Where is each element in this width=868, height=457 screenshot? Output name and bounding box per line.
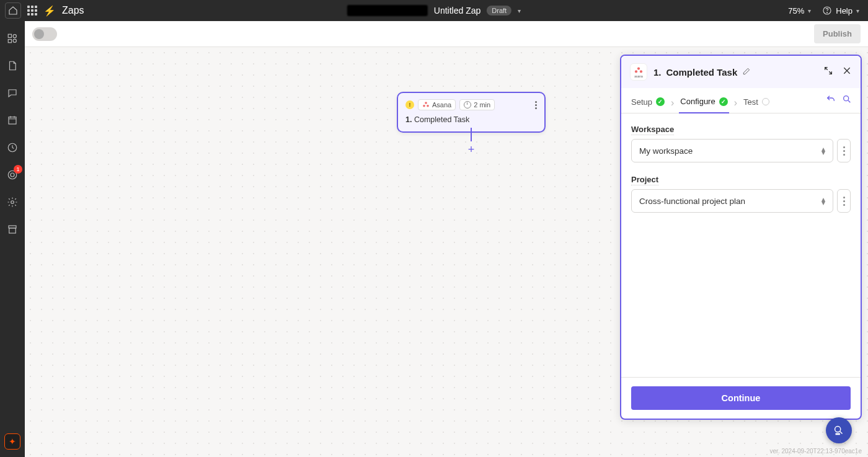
tab-configure[interactable]: Configure ✓ (679, 93, 728, 113)
sparkle-icon: ✦ (9, 437, 16, 446)
project-select[interactable]: Cross-functional project plan ▴▾ (631, 189, 833, 213)
app-chip-label: Asana (432, 101, 451, 109)
node-menu-button[interactable] (535, 101, 537, 109)
panel-title-text: Completed Task (666, 67, 738, 78)
sidebar-icon-chat[interactable] (6, 87, 19, 99)
svg-point-5 (13, 39, 16, 42)
panel-title-number: 1. (653, 67, 662, 78)
panel-app-logo: asana (630, 63, 647, 81)
time-chip: 2 min (459, 99, 495, 110)
config-panel: asana 1. Completed Task Setup ✓ › Config… (620, 55, 862, 420)
continue-button[interactable]: Continue (631, 386, 851, 410)
expand-icon[interactable] (823, 66, 833, 78)
zoom-control[interactable]: 75% ▾ (788, 6, 811, 16)
editor-toolbar: Publish (25, 21, 868, 47)
tab-setup-label: Setup (631, 97, 652, 107)
svg-point-18 (640, 70, 642, 73)
sidebar-icon-archive[interactable] (6, 223, 19, 236)
field-project: Project Cross-functional project plan ▴▾ (631, 174, 851, 213)
sidebar-icon-settings[interactable] (6, 196, 19, 208)
project-label: Project (631, 175, 658, 185)
apps-grid-icon[interactable] (27, 6, 37, 16)
panel-body: Workspace My workspace ▴▾ Project Cross-… (621, 113, 861, 377)
svg-rect-2 (8, 34, 11, 37)
svg-rect-12 (9, 228, 16, 233)
left-sidebar: 1 ✦ (0, 21, 25, 457)
sidebar-icon-activity[interactable] (6, 141, 19, 154)
project-select-value: Cross-functional project plan (639, 197, 745, 206)
edit-title-icon[interactable] (742, 67, 751, 78)
tab-test-label: Test (743, 97, 758, 107)
node-header: ! Asana 2 min (405, 99, 537, 110)
panel-header-actions (823, 66, 852, 78)
workspace-select[interactable]: My workspace ▴▾ (631, 139, 833, 162)
svg-rect-6 (9, 117, 16, 124)
svg-point-19 (844, 96, 849, 101)
app-chip: Asana (418, 99, 456, 110)
svg-point-16 (637, 67, 640, 69)
editor-canvas[interactable]: ! Asana 2 min 1. Completed Task + asana (25, 47, 868, 457)
svg-point-17 (635, 70, 637, 73)
close-icon[interactable] (842, 66, 852, 78)
workspace-kebab-button[interactable] (837, 139, 851, 162)
status-badge: Draft (487, 6, 512, 16)
trigger-node[interactable]: ! Asana 2 min 1. Completed Task (397, 92, 546, 133)
node-connector-line (471, 128, 472, 141)
node-title: 1. Completed Task (405, 115, 537, 124)
svg-point-10 (11, 201, 14, 204)
select-caret-icon: ▴▾ (822, 147, 825, 154)
tab-test[interactable]: Test (742, 94, 771, 113)
topbar-left: ⚡ Zaps (0, 2, 84, 19)
publish-button[interactable]: Publish (814, 24, 861, 43)
sidebar-icon-file[interactable] (6, 60, 19, 72)
sidebar-badge-count: 1 (14, 165, 22, 174)
warning-icon: ! (405, 100, 414, 109)
svg-point-9 (11, 173, 14, 177)
asana-icon (422, 101, 430, 109)
select-caret-icon: ▴▾ (822, 197, 825, 205)
svg-point-14 (423, 105, 425, 107)
help-button[interactable]: Help ▾ (822, 6, 859, 16)
panel-app-logo-text: asana (634, 74, 643, 78)
zoom-value: 75% (788, 6, 804, 16)
svg-point-3 (13, 35, 16, 38)
field-workspace: Workspace My workspace ▴▾ (631, 123, 851, 162)
check-icon: ✓ (719, 97, 728, 106)
panel-tabs: Setup ✓ › Configure ✓ › Test (621, 88, 861, 113)
version-text: ver. 2024-09-20T22:13-970eac1e (770, 448, 862, 455)
bolt-icon: ⚡ (43, 5, 56, 17)
panel-header: asana 1. Completed Task (621, 56, 861, 88)
sidebar-icon-shapes[interactable] (6, 32, 19, 45)
svg-point-1 (827, 12, 828, 13)
tab-configure-label: Configure (680, 97, 715, 106)
tabs-right-actions (826, 94, 852, 112)
empty-status-icon (762, 98, 769, 105)
undo-icon[interactable] (826, 94, 836, 107)
project-kebab-button[interactable] (837, 189, 851, 213)
chevron-right-icon: › (734, 97, 737, 109)
home-button[interactable] (5, 2, 21, 19)
document-title[interactable]: Untitled Zap (434, 6, 480, 16)
redacted-block (347, 5, 428, 16)
search-icon[interactable] (842, 94, 852, 107)
clock-icon (464, 101, 471, 109)
sidebar-icon-calendar[interactable] (6, 114, 19, 126)
sidebar-ai-button[interactable]: ✦ (4, 433, 20, 450)
chevron-right-icon: › (671, 97, 674, 109)
enable-toggle[interactable] (32, 27, 57, 41)
tab-setup[interactable]: Setup ✓ (630, 94, 666, 113)
zoom-caret-icon: ▾ (808, 7, 811, 14)
svg-point-20 (835, 427, 841, 432)
node-step-number: 1. (405, 115, 412, 124)
add-step-button[interactable]: + (466, 144, 477, 155)
panel-title: 1. Completed Task (653, 67, 751, 78)
help-chat-fab[interactable] (826, 417, 852, 443)
svg-point-13 (425, 102, 427, 104)
top-bar: ⚡ Zaps Untitled Zap Draft ▾ 75% ▾ Help ▾ (0, 0, 868, 21)
sidebar-icon-target[interactable]: 1 (6, 169, 19, 181)
svg-rect-4 (8, 40, 11, 43)
topbar-right: 75% ▾ Help ▾ (788, 6, 868, 16)
title-caret-icon[interactable]: ▾ (518, 7, 521, 14)
help-caret-icon: ▾ (856, 7, 859, 14)
time-chip-label: 2 min (474, 101, 490, 109)
